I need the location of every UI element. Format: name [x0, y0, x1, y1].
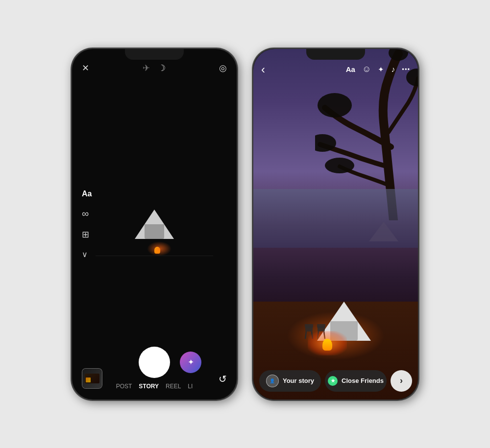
svg-rect-8 — [305, 324, 313, 328]
close-friends-button[interactable]: ★ Close Friends — [325, 370, 387, 392]
your-story-button[interactable]: 👤 Your story — [259, 370, 321, 392]
music-button[interactable]: ♪ — [391, 65, 395, 74]
tab-live[interactable]: LI — [188, 383, 193, 390]
back-button[interactable]: ‹ — [261, 64, 265, 75]
your-story-label: Your story — [283, 377, 314, 384]
shutter-button[interactable] — [139, 347, 170, 378]
svg-point-2 — [325, 158, 354, 173]
flash-off-icon[interactable]: ✈ — [143, 64, 150, 72]
svg-line-6 — [305, 331, 306, 339]
camera-header: ✕ ✈ ☽ ◎ — [72, 64, 237, 72]
camera-left-toolbar: Aa ∞ ⊞ ∨ — [82, 189, 92, 259]
more-options-button[interactable]: ••• — [402, 66, 410, 73]
close-friends-icon: ★ — [328, 376, 338, 386]
story-header: ‹ Aa ☺ ✦ ♪ ••• — [253, 64, 418, 75]
camera-mode-tabs: POST STORY REEL LI — [116, 383, 193, 390]
phone-story-preview: ‹ Aa ☺ ✦ ♪ ••• 👤 Your story — [252, 48, 419, 401]
sparkle-effects-button[interactable]: ✦ — [378, 65, 384, 74]
text-tool-button[interactable]: Aa — [346, 65, 355, 73]
camera-viewfinder — [72, 78, 237, 341]
phone-camera: ✕ ✈ ☽ ◎ Aa ∞ ⊞ ∨ — [71, 48, 238, 401]
svg-point-0 — [318, 93, 352, 118]
tab-reel[interactable]: REEL — [166, 383, 181, 390]
mountain-silhouette — [369, 222, 398, 241]
tab-post[interactable]: POST — [116, 383, 132, 390]
close-friends-label: Close Friends — [342, 377, 384, 384]
flip-camera-button[interactable]: ↺ — [219, 373, 227, 385]
next-button[interactable]: › — [391, 370, 412, 392]
svg-rect-12 — [317, 324, 325, 328]
create-reel-button[interactable]: ✦ — [180, 352, 201, 373]
user-avatar: 👤 — [266, 375, 279, 387]
story-share-bar: 👤 Your story ★ Close Friends › — [259, 370, 412, 392]
night-mode-icon[interactable]: ☽ — [158, 64, 166, 72]
face-effects-button[interactable]: ☺ — [362, 64, 371, 74]
more-tools-icon[interactable]: ∨ — [82, 250, 92, 259]
layout-icon[interactable]: ⊞ — [82, 229, 92, 240]
settings-icon[interactable]: ◎ — [219, 64, 227, 72]
close-icon[interactable]: ✕ — [82, 64, 89, 72]
text-tool-icon[interactable]: Aa — [82, 189, 92, 198]
story-background — [253, 49, 418, 400]
next-arrow-icon: › — [400, 376, 403, 386]
tab-story[interactable]: STORY — [139, 383, 159, 390]
boomerang-icon[interactable]: ∞ — [82, 208, 92, 219]
camera-bottom-controls: ✦ POST STORY REEL LI — [72, 341, 237, 400]
campfire-2 — [322, 339, 332, 351]
